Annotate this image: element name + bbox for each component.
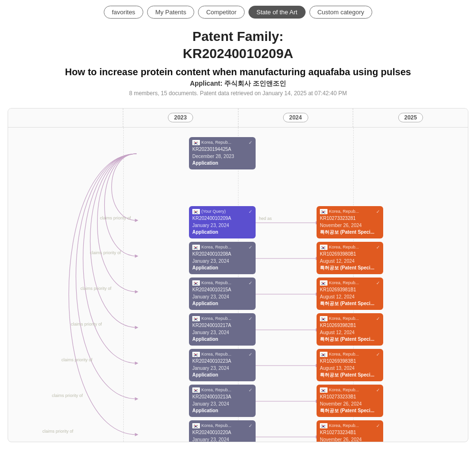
priority-label-5: claims priority of <box>61 357 92 362</box>
patent-card-1[interactable]: 🇰🇷 Korea, Repub... ✓ KR20230194425A Dece… <box>189 137 256 169</box>
patent-card-14[interactable]: 🇰🇷 Korea, Repub... ✓ KR20240010220A Janu… <box>189 420 256 442</box>
card-check-5: ✓ <box>376 244 380 251</box>
card-id-4: KR20240010208A <box>192 251 252 258</box>
year-2023: 2023 <box>168 113 193 122</box>
card-check-14: ✓ <box>248 423 252 429</box>
nav-custom-category[interactable]: Custom category <box>309 6 372 19</box>
card-country-13: Korea, Repub... <box>329 387 375 393</box>
card-country-5: Korea, Repub... <box>329 244 375 250</box>
nav-competitor[interactable]: Competitor <box>198 6 245 19</box>
card-date-8: January 23, 2024 <box>192 329 252 336</box>
card-check-15: ✓ <box>376 423 380 429</box>
flag-kr-11: 🇰🇷 <box>320 352 327 357</box>
priority-label-7: claims priority of <box>42 429 73 434</box>
card-type-5: 특허공보 (Patent Speci... <box>320 265 380 271</box>
flag-kr-3: 🇰🇷 <box>320 209 327 214</box>
card-date-15: November 26, 2024 <box>320 436 380 442</box>
card-date-11: August 13, 2024 <box>320 365 380 372</box>
card-check-13: ✓ <box>376 387 380 394</box>
priority-label-6: claims priority of <box>52 393 83 398</box>
card-date-3: November 26, 2024 <box>320 222 380 229</box>
col-divider-1 <box>123 128 124 442</box>
flag-kr-8: 🇰🇷 <box>192 316 200 321</box>
card-country-12: Korea, Repub... <box>201 387 247 393</box>
card-check-10: ✓ <box>248 351 252 358</box>
card-country-7: Korea, Repub... <box>329 280 375 286</box>
card-check-3: ✓ <box>376 208 380 215</box>
card-country-10: Korea, Repub... <box>201 351 247 357</box>
patent-card-9[interactable]: 🇰🇷 Korea, Repub... ✓ KR102693982B1 Augus… <box>317 313 383 346</box>
card-country-2: (Your Query) <box>201 208 247 214</box>
patent-card-7[interactable]: 🇰🇷 Korea, Repub... ✓ KR102693981B1 Augus… <box>317 278 383 310</box>
card-country-9: Korea, Repub... <box>329 316 375 321</box>
flag-kr-9: 🇰🇷 <box>320 316 327 321</box>
patent-card-2[interactable]: 🇰🇷 (Your Query) ✓ KR20240010209A January… <box>189 206 256 238</box>
card-check-1: ✓ <box>248 139 252 146</box>
card-id-9: KR102693982B1 <box>320 322 380 329</box>
patent-card-15[interactable]: 🇰🇷 Korea, Repub... ✓ KR102733234B1 Novem… <box>317 420 383 442</box>
flag-kr-13: 🇰🇷 <box>320 387 327 393</box>
card-date-9: August 12, 2024 <box>320 329 380 336</box>
flag-kr-7: 🇰🇷 <box>320 280 327 286</box>
card-id-12: KR20240010213A <box>192 394 252 400</box>
nav-favorites[interactable]: favorites <box>104 6 143 19</box>
patent-card-12[interactable]: 🇰🇷 Korea, Repub... ✓ KR20240010213A Janu… <box>189 385 256 417</box>
patent-card-3[interactable]: 🇰🇷 Korea, Repub... ✓ KR10273323281 Novem… <box>317 206 383 238</box>
year-2024: 2024 <box>283 113 308 122</box>
card-check-6: ✓ <box>248 280 252 287</box>
card-id-14: KR20240010220A <box>192 429 252 436</box>
card-type-2: Application <box>192 229 252 236</box>
card-date-2: January 23, 2024 <box>192 222 252 229</box>
card-id-7: KR102693981B1 <box>320 287 380 293</box>
card-type-12: Application <box>192 407 252 414</box>
card-type-7: 특허공보 (Patent Speci... <box>320 300 380 307</box>
patent-card-13[interactable]: 🇰🇷 Korea, Repub... ✓ KR102733233B1 Novem… <box>317 385 383 417</box>
card-id-1: KR20230194425A <box>192 146 252 153</box>
card-id-2: KR20240010209A <box>192 215 252 222</box>
flag-kr-10: 🇰🇷 <box>192 352 200 357</box>
card-date-5: August 12, 2024 <box>320 258 380 265</box>
patent-card-6[interactable]: 🇰🇷 Korea, Repub... ✓ KR20240010215A Janu… <box>189 278 256 310</box>
patent-card-11[interactable]: 🇰🇷 Korea, Repub... ✓ KR102693983B1 Augus… <box>317 349 383 381</box>
nav-my-patents[interactable]: My Patents <box>147 6 194 19</box>
card-id-8: KR20240010217A <box>192 322 252 329</box>
card-id-3: KR10273323281 <box>320 215 380 222</box>
patent-family-title: Patent Family: KR20240010209A <box>10 28 466 63</box>
card-country-1: Korea, Repub... <box>201 139 247 145</box>
card-country-11: Korea, Repub... <box>329 351 375 357</box>
timeline-header: 2023 2024 2025 <box>8 109 468 128</box>
card-type-13: 특허공보 (Patent Speci... <box>320 407 380 414</box>
col-2024: 2024 <box>238 109 354 127</box>
card-country-3: Korea, Repub... <box>329 208 375 214</box>
card-date-1: December 28, 2023 <box>192 153 252 160</box>
card-id-15: KR102733234B1 <box>320 429 380 436</box>
flag-kr-14: 🇰🇷 <box>192 423 200 428</box>
card-type-8: Application <box>192 336 252 343</box>
patent-subtitle: How to increase protein content when man… <box>10 67 466 78</box>
flag-kr-1: 🇰🇷 <box>192 140 200 145</box>
card-date-4: January 23, 2024 <box>192 258 252 265</box>
patent-card-10[interactable]: 🇰🇷 Korea, Repub... ✓ KR20240010223A Janu… <box>189 349 256 381</box>
nav-state-of-art[interactable]: State of the Art <box>248 6 306 19</box>
card-date-6: January 23, 2024 <box>192 294 252 300</box>
col-pre-2023 <box>8 109 123 127</box>
card-country-15: Korea, Repub... <box>329 423 375 428</box>
patent-card-4[interactable]: 🇰🇷 Korea, Repub... ✓ KR20240010208A Janu… <box>189 242 256 274</box>
priority-label-4: claims priority of <box>71 322 102 327</box>
col-2025: 2025 <box>353 109 468 127</box>
card-check-12: ✓ <box>248 387 252 394</box>
card-check-7: ✓ <box>376 280 380 287</box>
card-date-13: November 26, 2024 <box>320 401 380 407</box>
card-type-1: Application <box>192 160 252 167</box>
card-date-12: January 23, 2024 <box>192 401 252 407</box>
card-country-14: Korea, Repub... <box>201 423 247 428</box>
card-id-13: KR102733233B1 <box>320 394 380 400</box>
card-country-6: Korea, Repub... <box>201 280 247 286</box>
patent-card-5[interactable]: 🇰🇷 Korea, Repub... ✓ KR102693980B1 Augus… <box>317 242 383 274</box>
timeline-container: 2023 2024 2025 <box>8 108 468 442</box>
year-2025: 2025 <box>398 113 423 122</box>
card-type-10: Application <box>192 372 252 378</box>
published-label-1: hed as <box>259 216 272 221</box>
card-type-11: 특허공보 (Patent Speci... <box>320 372 380 378</box>
patent-card-8[interactable]: 🇰🇷 Korea, Repub... ✓ KR20240010217A Janu… <box>189 313 256 346</box>
